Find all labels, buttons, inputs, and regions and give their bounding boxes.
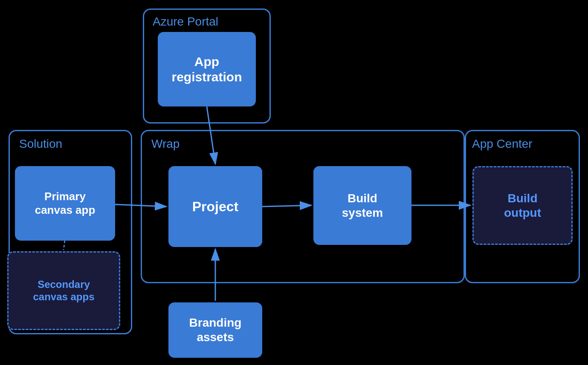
wrap-label: Wrap <box>151 137 180 151</box>
app-center-label: App Center <box>472 137 533 151</box>
project-box: Project <box>168 166 262 247</box>
primary-canvas-label: Primarycanvas app <box>35 190 96 216</box>
primary-canvas-box: Primarycanvas app <box>15 166 115 241</box>
build-system-box: Buildsystem <box>313 166 411 245</box>
branding-assets-label: Brandingassets <box>189 316 242 344</box>
solution-label: Solution <box>19 137 62 151</box>
azure-portal-label: Azure Portal <box>153 15 218 29</box>
app-registration-box: Appregistration <box>158 32 256 106</box>
branding-assets-box: Brandingassets <box>168 302 262 358</box>
build-output-label: Buildoutput <box>504 191 541 220</box>
secondary-canvas-label: Secondarycanvas apps <box>33 279 94 303</box>
secondary-canvas-box: Secondarycanvas apps <box>7 251 120 330</box>
build-system-label: Buildsystem <box>342 191 383 220</box>
app-registration-label: Appregistration <box>171 54 242 85</box>
build-output-box: Buildoutput <box>472 166 573 245</box>
project-label: Project <box>192 198 238 215</box>
